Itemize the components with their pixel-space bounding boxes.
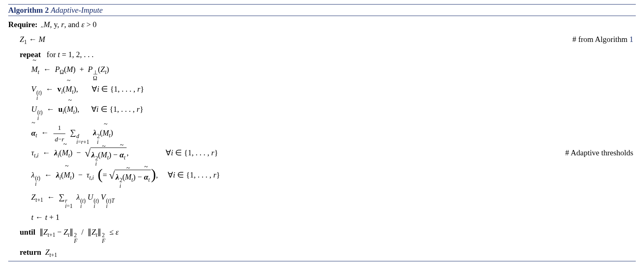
algorithm-body: Require: M, y, r, and ε > 0 Z1 ← ˆM # fr… — [8, 16, 636, 261]
algorithm-header: Algorithm 2 Adaptive-Impute — [8, 5, 636, 16]
algorithm-name: Adaptive-Impute — [51, 6, 103, 14]
return-line: return Zt+1 — [8, 245, 636, 260]
until-line: until ∥Zt+1 − Zt∥2F / ∥Zt∥2F ≤ ε — [8, 225, 636, 245]
z-update-line: Zt+1 ← ∑ri=1 λ(t)i U(t)i V(t)Ti — [8, 189, 636, 210]
forall-clause: ∀i ∈ {1, . . . , r} — [129, 146, 277, 159]
tau-line: τt,i ← λi(~Mt) − √ λ2i(~Mt) − ~αt , ∀i ∈… — [8, 145, 636, 168]
init-line: Z1 ← ˆM # from Algorithm 1 — [8, 32, 636, 47]
init-comment: # from Algorithm 1 — [572, 33, 636, 46]
alpha-line: ~αt ← 1d−r ∑di=r+1 λ2i(~Mt) — [8, 122, 636, 145]
t-increment-line: t ← t + 1 — [8, 210, 636, 225]
require-line: Require: M, y, r, and ε > 0 — [8, 17, 636, 32]
forall-clause: ∀i ∈ {1, . . . , r} — [168, 171, 220, 179]
algorithm-block: Algorithm 2 Adaptive-Impute Require: M, … — [8, 4, 636, 261]
lambda-line: λ(t)i ← λi(~Mt) − τt,i (= √ λ2i(~Mt) − ~… — [8, 168, 636, 190]
v-line: V(t)i ← vi(~Mt), ∀i ∈ {1, . . . , r} — [8, 82, 636, 102]
tau-comment: # Adaptive thresholds — [565, 146, 636, 159]
forall-clause: ∀i ∈ {1, . . . , r} — [92, 85, 144, 93]
algorithm-ref-link[interactable]: 1 — [630, 35, 634, 44]
algorithm-label: Algorithm 2 — [8, 6, 49, 14]
forall-clause: ∀i ∈ {1, . . . , r} — [91, 105, 143, 113]
require-keyword: Require: — [8, 20, 37, 29]
u-line: U(t)i ← ui(~Mt), ∀i ∈ {1, . . . , r} — [8, 102, 636, 122]
mtilde-line: ~Mt ← PΩ(M) + P⊥Ω(Zt) — [8, 62, 636, 82]
repeat-line: repeat for t = 1, 2, . . . — [8, 47, 636, 62]
